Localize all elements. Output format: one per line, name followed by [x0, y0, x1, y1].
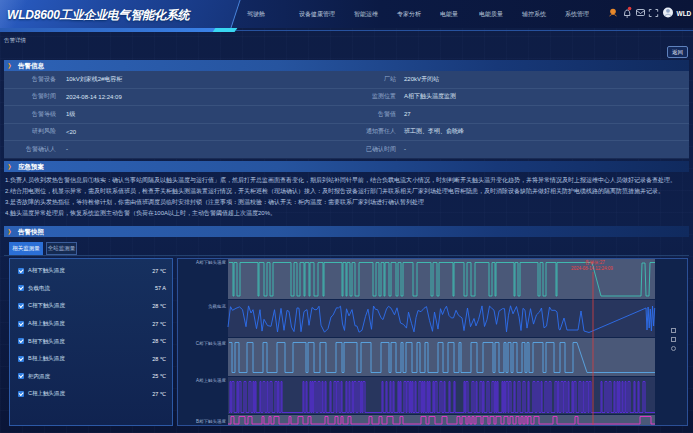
svg-text:WLD: WLD [677, 10, 692, 17]
